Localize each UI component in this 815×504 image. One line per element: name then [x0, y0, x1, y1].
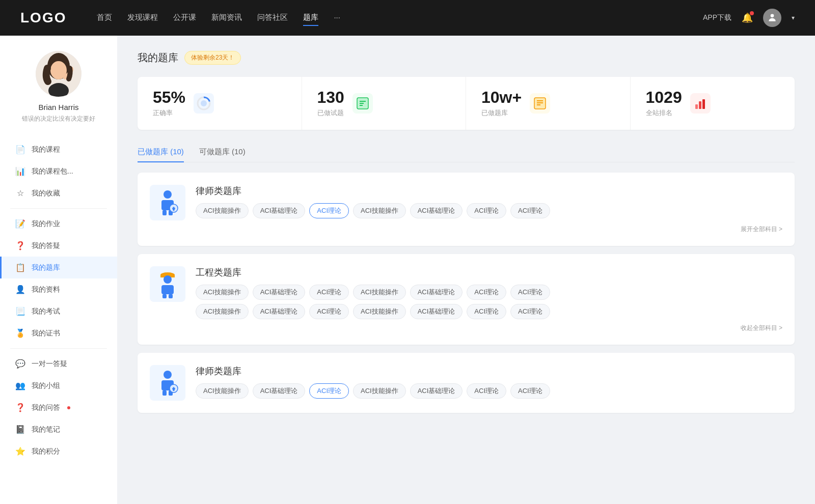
stat-accuracy: 55% 正确率	[138, 77, 302, 130]
bank-title-1: 律师类题库	[196, 185, 782, 197]
sidebar-item-label: 一对一答疑	[32, 359, 67, 369]
sidebar-item-answer[interactable]: ❓ 我的答疑	[0, 235, 117, 257]
tag-l2-2[interactable]: ACI基础理论	[253, 383, 306, 399]
tag-l2-3[interactable]: ACI理论	[309, 383, 349, 399]
tabs: 已做题库 (10) 可做题库 (10)	[138, 142, 795, 162]
accuracy-icon	[194, 93, 214, 114]
sidebar-item-one-on-one[interactable]: 💬 一对一答疑	[0, 353, 117, 375]
sidebar-item-homework[interactable]: 📝 我的作业	[0, 213, 117, 235]
nav-app-download[interactable]: APP下载	[703, 13, 731, 22]
qa-badge-dot	[67, 406, 70, 409]
nav-link-open[interactable]: 公开课	[173, 10, 196, 26]
tag-e6[interactable]: ACI理论	[467, 285, 506, 300]
tag-6[interactable]: ACI理论	[467, 203, 506, 218]
tag-4[interactable]: ACI技能操作	[353, 203, 406, 218]
sidebar-item-exam[interactable]: 📃 我的考试	[0, 300, 117, 322]
tag-e4[interactable]: ACI技能操作	[353, 285, 406, 300]
group-icon: 👥	[15, 381, 25, 390]
stat-done-banks: 10w+ 已做题库	[466, 77, 631, 130]
trial-badge: 体验剩余23天！	[184, 51, 241, 65]
tag-e1[interactable]: ACI技能操作	[196, 285, 249, 300]
tab-done[interactable]: 已做题库 (10)	[138, 142, 184, 162]
bank-icon-lawyer-2	[150, 365, 185, 401]
sidebar-item-label: 我的题库	[32, 263, 60, 272]
nav-link-discover[interactable]: 发现课程	[127, 10, 158, 26]
tag-l2-7[interactable]: ACI理论	[510, 383, 550, 399]
expand-btn-1[interactable]: 展开全部科目 >	[741, 226, 782, 233]
tag-1[interactable]: ACI技能操作	[196, 203, 249, 218]
stat-accuracy-value: 55%	[153, 89, 185, 105]
nav-link-bank[interactable]: 题库	[303, 10, 318, 26]
sidebar-item-course-pack[interactable]: 📊 我的课程包...	[0, 160, 117, 182]
bank-card-footer-2: 收起全部科目 >	[150, 323, 782, 332]
tag-e8[interactable]: ACI技能操作	[196, 304, 249, 319]
tag-e3[interactable]: ACI理论	[309, 285, 349, 300]
person-icon	[767, 13, 777, 23]
tag-e14[interactable]: ACI理论	[510, 304, 550, 319]
nav-link-more[interactable]: ···	[334, 10, 340, 26]
tag-e11[interactable]: ACI技能操作	[353, 304, 406, 319]
tag-e9[interactable]: ACI基础理论	[253, 304, 306, 319]
nav-dropdown-icon[interactable]: ▾	[792, 14, 795, 21]
sidebar-item-cert[interactable]: 🏅 我的证书	[0, 322, 117, 344]
tag-l2-4[interactable]: ACI技能操作	[353, 383, 406, 399]
sidebar-item-label: 我的作业	[32, 219, 60, 229]
tag-3[interactable]: ACI理论	[309, 203, 349, 218]
sidebar-item-label: 我的小组	[32, 381, 60, 390]
sidebar-item-my-qa[interactable]: ❓ 我的问答	[0, 397, 117, 418]
cert-icon: 🏅	[15, 328, 25, 338]
nav-logo: LOGO	[20, 10, 66, 26]
nav-avatar[interactable]	[763, 9, 781, 27]
tab-available[interactable]: 可做题库 (10)	[199, 142, 246, 162]
tag-e2[interactable]: ACI基础理论	[253, 285, 306, 300]
sidebar-item-group[interactable]: 👥 我的小组	[0, 375, 117, 397]
bank-tags-2-row2: ACI技能操作 ACI基础理论 ACI理论 ACI技能操作 ACI基础理论 AC…	[196, 304, 782, 319]
tag-l2-5[interactable]: ACI基础理论	[410, 383, 463, 399]
svg-point-32	[164, 371, 172, 379]
sidebar-item-course[interactable]: 📄 我的课程	[0, 138, 117, 160]
tag-e10[interactable]: ACI理论	[309, 304, 349, 319]
stat-done-banks-label: 已做题库	[481, 108, 522, 118]
tag-7[interactable]: ACI理论	[510, 203, 550, 218]
nav-bell-button[interactable]: 🔔	[742, 12, 753, 23]
nav-link-home[interactable]: 首页	[97, 10, 112, 26]
course-icon: 📄	[15, 145, 25, 154]
nav-link-qa[interactable]: 问答社区	[257, 10, 288, 26]
tag-2[interactable]: ACI基础理论	[253, 203, 306, 218]
engineer-figure-icon	[155, 270, 180, 298]
sidebar-item-notes[interactable]: 📓 我的笔记	[0, 418, 117, 440]
tag-e13[interactable]: ACI理论	[467, 304, 506, 319]
sidebar-avatar	[36, 51, 82, 97]
sidebar-item-profile[interactable]: 👤 我的资料	[0, 278, 117, 300]
svg-rect-23	[162, 210, 167, 215]
svg-rect-29	[161, 285, 174, 294]
bank-card-body-1: 律师类题库 ACI技能操作 ACI基础理论 ACI理论 ACI技能操作 ACI基…	[196, 185, 782, 218]
sidebar-item-bank[interactable]: 📋 我的题库	[0, 257, 117, 278]
tag-e5[interactable]: ACI基础理论	[410, 285, 463, 300]
answer-icon: ❓	[15, 241, 25, 250]
sidebar-menu: 📄 我的课程 📊 我的课程包... ☆ 我的收藏 📝 我的作业 ❓ 我的答疑 �	[0, 138, 117, 462]
svg-rect-18	[695, 104, 698, 109]
lawyer-figure-icon	[155, 189, 180, 217]
sidebar-item-label: 我的积分	[32, 447, 60, 456]
tag-e12[interactable]: ACI基础理论	[410, 304, 463, 319]
sidebar-item-points[interactable]: ⭐ 我的积分	[0, 440, 117, 462]
favorites-icon: ☆	[15, 188, 25, 198]
nav-links: 首页 发现课程 公开课 新闻资讯 问答社区 题库 ···	[97, 10, 703, 26]
avatar-image	[36, 51, 82, 97]
tag-l2-1[interactable]: ACI技能操作	[196, 383, 249, 399]
svg-point-0	[771, 14, 774, 18]
sidebar: Brian Harris 错误的决定比没有决定要好 📄 我的课程 📊 我的课程包…	[0, 36, 117, 504]
tag-e7[interactable]: ACI理论	[510, 285, 550, 300]
svg-rect-31	[169, 294, 173, 298]
sidebar-item-label: 我的课程	[32, 145, 60, 154]
sidebar-item-label: 我的课程包...	[32, 167, 73, 176]
nav-link-news[interactable]: 新闻资讯	[211, 10, 242, 26]
collapse-btn-2[interactable]: 收起全部科目 >	[741, 324, 782, 331]
book-icon	[533, 96, 547, 110]
tag-l2-6[interactable]: ACI理论	[467, 383, 506, 399]
tag-5[interactable]: ACI基础理论	[410, 203, 463, 218]
sidebar-item-favorites[interactable]: ☆ 我的收藏	[0, 182, 117, 204]
pie-chart-icon	[197, 96, 211, 110]
stat-done-q-label: 已做试题	[317, 108, 344, 118]
